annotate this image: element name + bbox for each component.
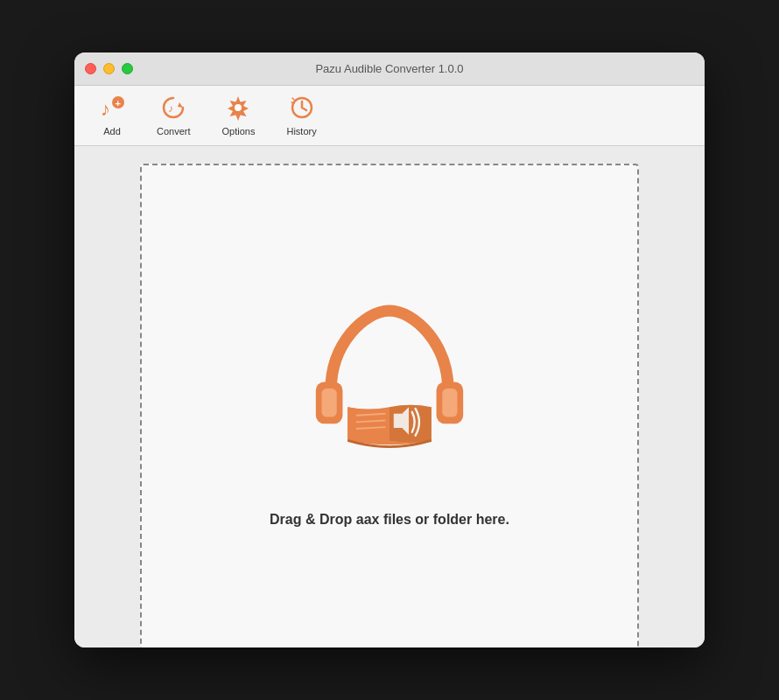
svg-rect-9 xyxy=(442,388,457,417)
add-label: Add xyxy=(103,126,121,136)
history-icon xyxy=(289,94,315,124)
options-icon xyxy=(225,94,251,124)
svg-text:♪: ♪ xyxy=(168,102,173,115)
minimize-button[interactable] xyxy=(103,63,115,74)
options-label: Options xyxy=(222,126,256,136)
toolbar-item-convert[interactable]: ♪ Convert xyxy=(141,89,207,142)
traffic-lights xyxy=(85,63,133,74)
svg-rect-7 xyxy=(322,388,337,417)
app-window: Pazu Audible Converter 1.0.0 ♪ + Add xyxy=(74,52,705,648)
close-button[interactable] xyxy=(85,63,96,74)
history-label: History xyxy=(286,126,316,136)
drop-zone[interactable]: Drag & Drop aax files or folder here. xyxy=(140,164,639,648)
toolbar: ♪ + Add ♪ Convert xyxy=(74,86,705,146)
drop-zone-text: Drag & Drop aax files or folder here. xyxy=(270,512,509,528)
drop-icon xyxy=(293,290,486,491)
convert-label: Convert xyxy=(157,126,191,136)
svg-point-4 xyxy=(235,104,242,111)
window-title: Pazu Audible Converter 1.0.0 xyxy=(315,62,463,75)
toolbar-item-options[interactable]: Options xyxy=(207,89,271,142)
add-music-icon: ♪ + xyxy=(99,94,125,124)
content-area: Drag & Drop aax files or folder here. xyxy=(74,146,705,648)
titlebar: Pazu Audible Converter 1.0.0 xyxy=(74,52,705,86)
svg-text:♪: ♪ xyxy=(101,98,110,120)
toolbar-item-history[interactable]: History xyxy=(270,89,332,142)
maximize-button[interactable] xyxy=(122,63,133,74)
convert-icon: ♪ xyxy=(160,94,186,124)
toolbar-item-add[interactable]: ♪ + Add xyxy=(83,89,141,142)
svg-text:+: + xyxy=(116,98,121,108)
